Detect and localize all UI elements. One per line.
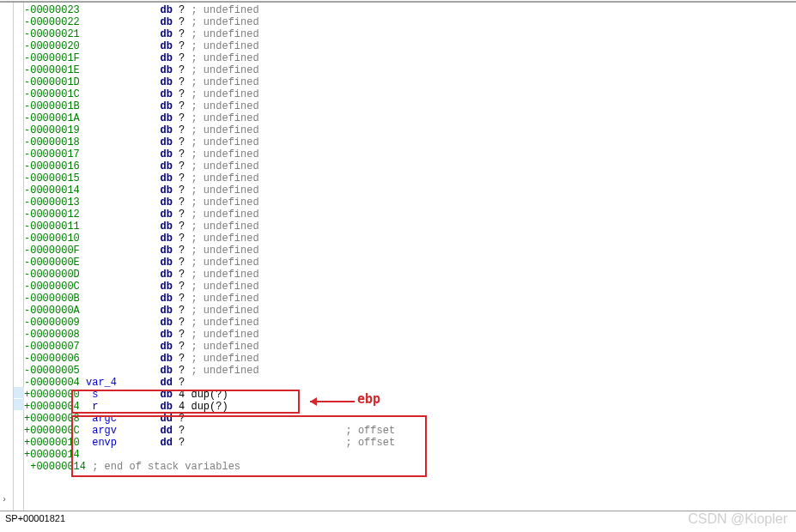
code-line[interactable]: -0000001C db ? ; undefined — [24, 88, 796, 100]
annotation-label: ebp — [357, 393, 380, 405]
overview-ruler — [14, 3, 24, 511]
code-line[interactable]: -00000019 db ? ; undefined — [24, 124, 796, 136]
code-gutter: › — [0, 3, 14, 511]
disassembly-view[interactable]: -00000023 db ? ; undefined-00000022 db ?… — [24, 3, 796, 511]
code-line[interactable]: -0000000A db ? ; undefined — [24, 305, 796, 317]
code-line[interactable]: +00000008 argc dd ? — [24, 413, 796, 425]
code-line[interactable]: -0000000E db ? ; undefined — [24, 257, 796, 269]
code-line[interactable]: +00000010 envp dd ? ; offset — [24, 437, 796, 449]
code-line[interactable]: +00000000 s db 4 dup(?) — [24, 389, 796, 401]
code-line[interactable]: -0000000B db ? ; undefined — [24, 293, 796, 305]
code-line[interactable]: -00000018 db ? ; undefined — [24, 136, 796, 148]
code-line[interactable]: -00000009 db ? ; undefined — [24, 317, 796, 329]
code-line[interactable]: -0000000C db ? ; undefined — [24, 281, 796, 293]
code-line[interactable]: -00000004 var_4 dd ? — [24, 377, 796, 389]
code-line[interactable]: -0000001A db ? ; undefined — [24, 112, 796, 124]
code-line[interactable]: -00000008 db ? ; undefined — [24, 329, 796, 341]
code-line[interactable]: -00000012 db ? ; undefined — [24, 209, 796, 221]
code-line[interactable]: -00000006 db ? ; undefined — [24, 353, 796, 365]
code-line[interactable]: -0000000D db ? ; undefined — [24, 269, 796, 281]
code-line[interactable]: +00000004 r db 4 dup(?) — [24, 401, 796, 413]
code-line[interactable]: +00000014 ; end of stack variables — [24, 461, 796, 473]
code-line[interactable]: -00000017 db ? ; undefined — [24, 148, 796, 160]
code-line[interactable]: -00000014 db ? ; undefined — [24, 184, 796, 196]
code-line[interactable]: -00000005 db ? ; undefined — [24, 365, 796, 377]
code-line[interactable]: -00000023 db ? ; undefined — [24, 4, 796, 16]
code-line[interactable]: -0000001B db ? ; undefined — [24, 100, 796, 112]
code-line[interactable]: -00000015 db ? ; undefined — [24, 172, 796, 184]
code-line[interactable]: -00000010 db ? ; undefined — [24, 233, 796, 245]
code-line[interactable]: -0000000F db ? ; undefined — [24, 245, 796, 257]
code-line[interactable]: -0000001E db ? ; undefined — [24, 64, 796, 76]
code-line[interactable]: -00000011 db ? ; undefined — [24, 221, 796, 233]
expand-handle-icon[interactable]: › — [2, 495, 10, 504]
code-line[interactable]: -00000021 db ? ; undefined — [24, 28, 796, 40]
code-line[interactable]: -00000013 db ? ; undefined — [24, 196, 796, 209]
code-line[interactable]: -00000016 db ? ; undefined — [24, 160, 796, 172]
watermark: CSDN @Kiopler — [688, 511, 787, 527]
code-line[interactable]: -00000022 db ? ; undefined — [24, 16, 796, 28]
code-line[interactable]: +00000014 — [24, 449, 796, 461]
code-line[interactable]: -0000001F db ? ; undefined — [24, 52, 796, 64]
code-line[interactable]: -0000001D db ? ; undefined — [24, 76, 796, 88]
code-line[interactable]: +0000000C argv dd ? ; offset — [24, 425, 796, 437]
code-line[interactable]: -00000020 db ? ; undefined — [24, 40, 796, 52]
code-line[interactable]: -00000007 db ? ; undefined — [24, 341, 796, 353]
